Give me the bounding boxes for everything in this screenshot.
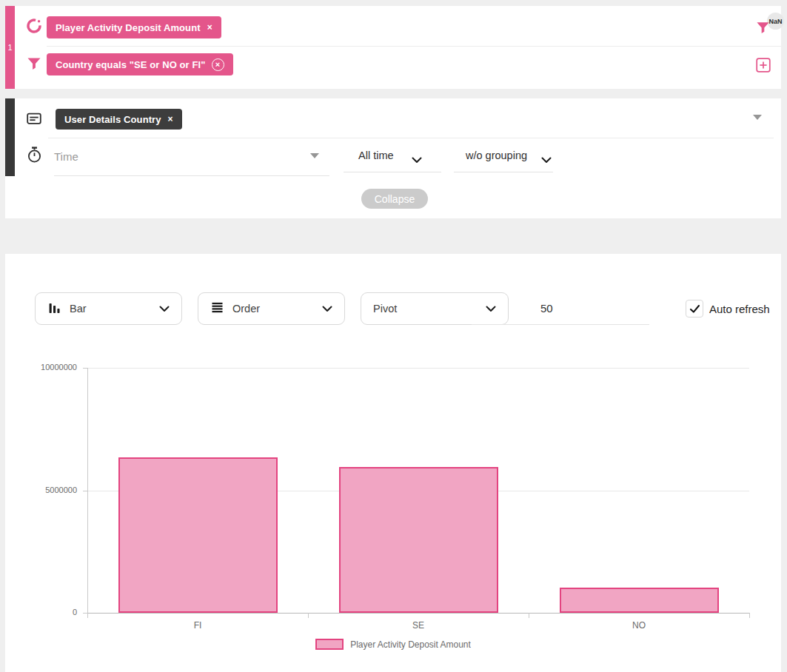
granularity-underline — [454, 172, 553, 172]
query-tab[interactable]: 1 — [5, 6, 15, 89]
legend-swatch[interactable] — [315, 639, 344, 650]
chart-panel: Bar Order Pivot 50 Auto refresh — [5, 254, 781, 672]
measure-chip-remove-icon[interactable]: × — [207, 22, 212, 33]
chart-legend: Player Activity Deposit Amount — [5, 639, 781, 650]
query-panel: 1 Player Activity Deposit Amount × NaN C… — [5, 6, 781, 89]
row-divider — [48, 138, 774, 138]
collapse-button[interactable]: Collapse — [361, 189, 428, 209]
y-axis-tick-label: 5000000 — [5, 485, 77, 494]
bar-chart: 0500000010000000FISENO — [5, 254, 781, 672]
date-range-select[interactable]: All time — [358, 149, 394, 161]
y-axis-tick-label: 0 — [5, 608, 77, 616]
granularity-chevron-down-icon[interactable] — [541, 153, 552, 167]
dimension-chip-remove-icon[interactable]: × — [168, 114, 173, 124]
x-axis-category-label: FI — [87, 620, 308, 631]
x-axis-tick — [87, 613, 88, 618]
x-axis-category-label: SE — [308, 620, 529, 631]
dimension-tab[interactable] — [5, 98, 15, 176]
x-axis-category-label: NO — [529, 620, 749, 631]
y-axis-line — [87, 368, 88, 618]
measure-chip-label: Player Activity Deposit Amount — [56, 22, 201, 33]
granularity-select[interactable]: w/o grouping — [466, 149, 527, 161]
bar[interactable] — [339, 467, 498, 613]
y-axis-tick-label: 10000000 — [5, 363, 77, 372]
filter-chip-label: Country equals "SE or NO or FI" — [56, 59, 206, 70]
date-range-chevron-down-icon[interactable] — [412, 153, 422, 167]
bar[interactable] — [118, 457, 278, 613]
time-field-underline — [54, 175, 329, 176]
add-query-icon[interactable] — [756, 58, 771, 75]
dimension-chip-label: User Details Country — [64, 114, 161, 125]
y-gridline — [87, 368, 749, 369]
filter-chip-remove-icon[interactable]: × — [212, 58, 224, 71]
x-axis-tick — [308, 613, 309, 618]
bar[interactable] — [560, 588, 719, 613]
time-stopwatch-icon — [26, 146, 43, 167]
query-step-badge: 1 — [7, 43, 12, 52]
dimension-chip[interactable]: User Details Country × — [56, 109, 182, 130]
legend-label[interactable]: Player Activity Deposit Amount — [350, 639, 471, 650]
x-axis-line — [87, 613, 749, 614]
row-divider — [47, 46, 781, 47]
dimension-card-icon — [26, 110, 42, 130]
measure-donut-icon — [26, 18, 42, 37]
filter-funnel-icon — [26, 56, 42, 75]
time-chevron-down-icon[interactable] — [310, 153, 319, 158]
filter-funnel-button-icon[interactable] — [755, 20, 771, 38]
dimension-row-chevron-down-icon[interactable] — [753, 115, 762, 120]
measure-chip[interactable]: Player Activity Deposit Amount × — [47, 16, 221, 38]
x-axis-tick — [529, 613, 529, 618]
x-axis-tick — [749, 613, 750, 618]
date-range-underline — [344, 172, 441, 172]
time-dimension-input[interactable]: Time — [54, 150, 78, 163]
filter-chip[interactable]: Country equals "SE or NO or FI" × — [47, 53, 233, 75]
dimension-panel: User Details Country × Time All time w/o… — [5, 98, 781, 218]
